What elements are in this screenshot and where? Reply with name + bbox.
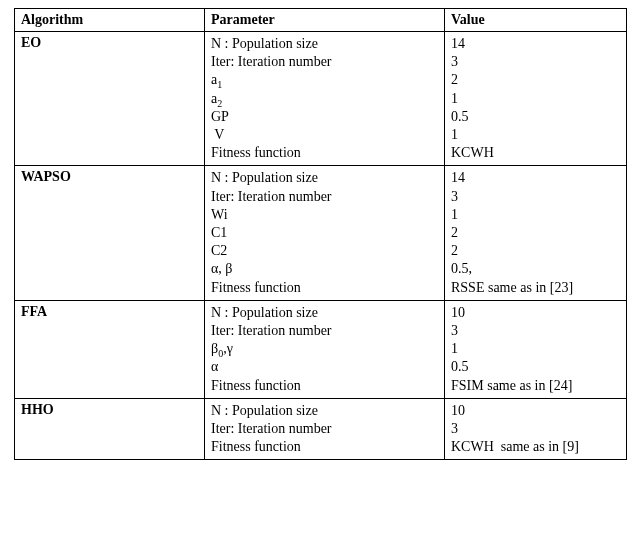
col-header-parameter: Parameter xyxy=(205,9,445,32)
parameter-line: Iter: Iteration number xyxy=(211,420,438,438)
parameter-cell: N : Population sizeIter: Iteration numbe… xyxy=(205,32,445,166)
value-line: 3 xyxy=(451,188,620,206)
parameter-line: N : Population size xyxy=(211,35,438,53)
col-header-algorithm: Algorithm xyxy=(15,9,205,32)
parameter-line: N : Population size xyxy=(211,169,438,187)
value-line: 3 xyxy=(451,53,620,71)
value-line: 10 xyxy=(451,304,620,322)
table-row: FFAN : Population sizeIter: Iteration nu… xyxy=(15,300,627,398)
value-line: 0.5 xyxy=(451,358,620,376)
parameter-line: C2 xyxy=(211,242,438,260)
parameter-cell: N : Population sizeIter: Iteration numbe… xyxy=(205,166,445,300)
value-line: KCWH same as in [9] xyxy=(451,438,620,456)
value-line: 1 xyxy=(451,340,620,358)
parameter-line: N : Population size xyxy=(211,304,438,322)
parameter-line: Fitness function xyxy=(211,144,438,162)
parameter-line: Wi xyxy=(211,206,438,224)
value-cell: 1431220.5,RSSE same as in [23] xyxy=(445,166,627,300)
value-line: 2 xyxy=(451,71,620,89)
table-header-row: Algorithm Parameter Value xyxy=(15,9,627,32)
table-row: HHON : Population sizeIter: Iteration nu… xyxy=(15,398,627,460)
value-line: 3 xyxy=(451,322,620,340)
value-line: RSSE same as in [23] xyxy=(451,279,620,297)
parameter-line: a1 xyxy=(211,71,438,89)
col-header-value: Value xyxy=(445,9,627,32)
value-line: 0.5, xyxy=(451,260,620,278)
parameter-line: Iter: Iteration number xyxy=(211,53,438,71)
algorithm-cell: HHO xyxy=(15,398,205,460)
value-line: 3 xyxy=(451,420,620,438)
value-line: FSIM same as in [24] xyxy=(451,377,620,395)
algorithm-cell: WAPSO xyxy=(15,166,205,300)
table-row: WAPSON : Population sizeIter: Iteration … xyxy=(15,166,627,300)
parameter-line: V xyxy=(211,126,438,144)
parameter-line: β0,γ xyxy=(211,340,438,358)
value-line: 14 xyxy=(451,35,620,53)
value-line: 10 xyxy=(451,402,620,420)
parameter-line: Fitness function xyxy=(211,438,438,456)
value-line: 1 xyxy=(451,126,620,144)
parameter-line: Fitness function xyxy=(211,377,438,395)
parameter-line: α, β xyxy=(211,260,438,278)
parameter-line: Iter: Iteration number xyxy=(211,322,438,340)
value-line: 0.5 xyxy=(451,108,620,126)
parameter-line: GP xyxy=(211,108,438,126)
value-line: 2 xyxy=(451,242,620,260)
parameter-cell: N : Population sizeIter: Iteration numbe… xyxy=(205,398,445,460)
value-line: 2 xyxy=(451,224,620,242)
parameter-line: α xyxy=(211,358,438,376)
value-line: 1 xyxy=(451,206,620,224)
parameter-line: C1 xyxy=(211,224,438,242)
value-line: KCWH xyxy=(451,144,620,162)
subscript: 1 xyxy=(217,79,222,90)
parameters-table: Algorithm Parameter Value EON : Populati… xyxy=(14,8,627,460)
subscript: 0 xyxy=(218,348,223,359)
value-cell: 143210.51KCWH xyxy=(445,32,627,166)
value-line: 1 xyxy=(451,90,620,108)
table-row: EON : Population sizeIter: Iteration num… xyxy=(15,32,627,166)
value-line: 14 xyxy=(451,169,620,187)
parameter-line: Fitness function xyxy=(211,279,438,297)
algorithm-cell: FFA xyxy=(15,300,205,398)
parameter-line: Iter: Iteration number xyxy=(211,188,438,206)
parameter-line: N : Population size xyxy=(211,402,438,420)
parameter-cell: N : Population sizeIter: Iteration numbe… xyxy=(205,300,445,398)
parameter-line: a2 xyxy=(211,90,438,108)
value-cell: 103KCWH same as in [9] xyxy=(445,398,627,460)
subscript: 2 xyxy=(217,97,222,108)
value-cell: 10310.5FSIM same as in [24] xyxy=(445,300,627,398)
algorithm-cell: EO xyxy=(15,32,205,166)
